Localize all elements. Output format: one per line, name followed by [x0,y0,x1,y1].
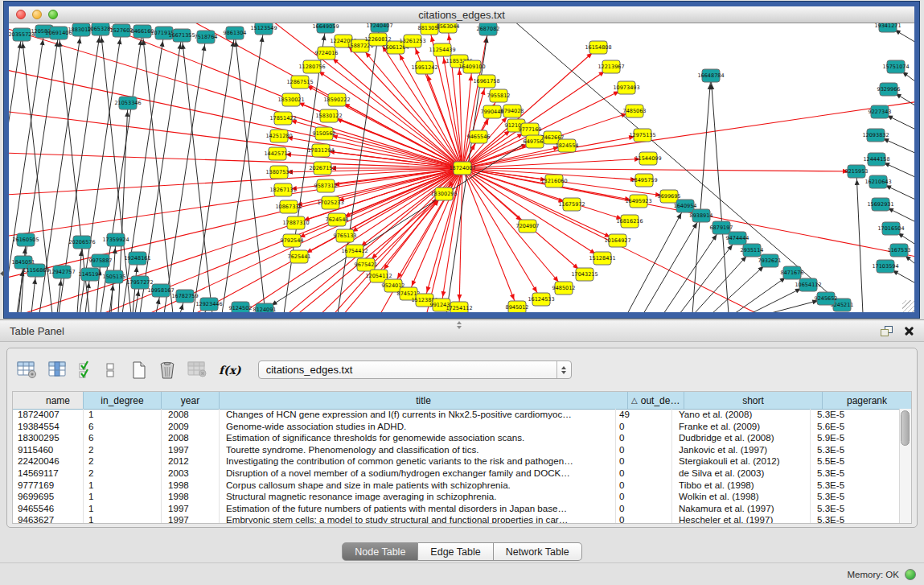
window-resize-grip[interactable] [902,300,914,312]
memory-status-indicator[interactable] [905,569,916,580]
network-node-label: 9792544 [281,237,304,244]
table-row[interactable]: 1872400712008Changes of HCN gene express… [13,409,899,421]
table-row[interactable]: 977716911998Corpus callosum shape and si… [13,480,899,492]
table-row[interactable]: 1456911722003Disruption of a novel membe… [13,468,899,480]
tab-edge-table[interactable]: Edge Table [418,542,493,561]
network-node-label: 11254439 [429,47,455,53]
network-node-label: 8938914 [690,212,713,219]
network-node-label: 17831294 [307,147,334,154]
table-row[interactable]: 1830029562008Estimation of significance … [13,432,899,444]
network-node-label: 26160505 [12,237,39,243]
float-panel-icon[interactable] [881,326,893,336]
network-node-label: 6794028 [501,108,524,114]
close-window-button[interactable] [16,10,26,19]
network-node-label: 9485012 [552,285,576,291]
table-cell: 1 [84,514,162,523]
network-node-label: 9724016 [315,50,339,56]
table-cell: Jankovic et al. (1997) [672,444,811,456]
network-node-label: 11280756 [298,64,325,70]
table-settings-button[interactable] [17,361,38,379]
network-canvas[interactable]: 2035572412058371206914061883012610653287… [9,23,914,312]
network-node-label: 17254112 [446,305,472,311]
network-node-label: 9465546 [467,134,491,140]
close-panel-icon[interactable] [904,326,914,336]
network-node-label: 17025233 [317,200,343,206]
row-pair-button[interactable] [105,360,116,380]
table-row[interactable]: 2242004622012Investigating the contribut… [13,455,899,468]
network-node-label: 2687082 [477,26,500,32]
network-node-label: 15830122 [315,113,342,119]
table-cell: 18300295 [13,432,84,444]
network-node-label: 15123549 [250,25,277,31]
zoom-window-button[interactable] [48,10,58,19]
network-node-label: 9474444 [726,235,749,241]
column-header-out-degree[interactable]: △ out_de… [628,392,684,409]
network-node-label: 8471676 [781,270,804,276]
select-checks-button[interactable] [78,360,94,380]
network-node-label: 12054112 [365,273,392,279]
table-row[interactable]: 969969511998Structural magnetic resonanc… [13,491,899,503]
column-header-name[interactable]: name [13,392,84,409]
network-node-label: 17359924 [102,237,129,243]
splitter-grip-icon[interactable] [455,321,463,329]
network-node-label: 9777169 [519,126,542,133]
trash-button[interactable] [158,360,177,381]
function-builder-button[interactable]: f(x) [219,364,241,377]
network-node-label: 9245652 [815,295,838,302]
tab-node-table[interactable]: Node Table [342,542,418,561]
network-node-label: 17957272 [126,279,153,286]
table-panel: Table Panel [0,319,924,585]
column-header-year[interactable]: year [162,392,220,409]
table-cell: 0 [616,444,672,456]
network-view-window: citations_edges.txt 20355724120583712069… [4,2,919,318]
column-header-title[interactable]: title [220,392,628,409]
show-columns-button[interactable] [48,361,68,379]
column-header-out-degree-label: out_de… [641,395,680,406]
table-cell: 5.3E-5 [811,444,899,456]
network-node-label: 7485063 [623,108,647,114]
table-scrollbar-thumb[interactable] [901,410,910,446]
panel-collapse-arrow-icon[interactable] [0,270,4,277]
network-node-label: 18300295 [430,191,457,197]
table-scrollbar[interactable] [899,409,911,523]
network-graph[interactable]: 2035572412058371206914061883012610653287… [9,23,914,312]
column-header-in-degree[interactable]: in_degree [84,392,162,409]
table-cell: 5.3E-5 [811,514,899,523]
network-node-label: 20206576 [68,239,95,245]
table-cell: 2 [84,468,162,480]
network-node-label: 8563044 [437,23,460,30]
new-document-button[interactable] [131,360,147,380]
minimize-window-button[interactable] [32,10,42,19]
network-node-label: 7204907 [516,223,540,229]
tab-network-table[interactable]: Network Table [494,542,582,561]
table-cell: 1997 [162,444,220,456]
table-cell: Tourette syndrome. Phenomenology and cla… [220,444,616,456]
network-node-label: 16671355 [168,32,195,39]
memory-status-label: Memory: OK [847,570,899,579]
table-row[interactable]: 1938455462009Genome-wide association stu… [13,421,899,433]
table-cell: Franke et al. (2009) [672,421,811,433]
table-selector-combobox[interactable]: citations_edges.txt [258,360,572,379]
network-node-label: 17016504 [877,225,904,232]
column-header-pagerank[interactable]: pagerank [823,392,911,409]
column-header-short[interactable]: short [684,392,823,409]
network-node-label: 13807533 [265,169,292,175]
table-rows: 1872400712008Changes of HCN gene express… [13,409,899,523]
network-node-label: 9124502 [229,305,253,311]
network-node-label: 1527602 [110,27,133,34]
table-cell: 2012 [162,455,220,468]
network-node-label: 13261253 [399,38,425,44]
table-cell: 0 [616,468,672,480]
network-node-label: 10867331 [275,204,302,210]
table-cell: Changes of HCN gene expression and I(f) … [220,409,616,421]
network-node-label: 11544099 [634,155,661,162]
table-row[interactable]: 911546021997Tourette syndrome. Phenomeno… [13,444,899,456]
table-cell: Yano et al. (2008) [672,409,811,421]
network-node-label: 15751074 [882,64,909,70]
table-row[interactable]: 946362711997Embryonic stem cells: a mode… [13,514,899,523]
table-row[interactable]: 946554611997Estimation of the future num… [13,503,899,515]
table-cell: 0 [616,514,672,523]
table-cell: 0 [616,421,672,433]
table-cell: 2009 [162,421,220,433]
table-cell: 1 [84,491,162,503]
